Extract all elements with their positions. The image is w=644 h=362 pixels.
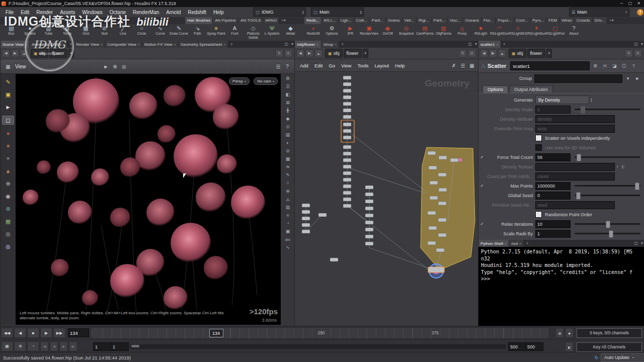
path-segment-obj[interactable]: ▣obj <box>325 49 343 58</box>
slider-handle[interactable] <box>609 230 613 238</box>
text-overlay-icon[interactable]: abc <box>285 237 290 242</box>
move-mode-icon[interactable]: ⊕ <box>111 62 120 71</box>
shelf-tool-ipr[interactable]: ▶IPR <box>341 25 360 36</box>
motion-trail-icon[interactable]: ∿ <box>286 245 290 250</box>
material-tool-icon[interactable]: ◍ <box>3 242 14 250</box>
netmenu-layout[interactable]: Layout <box>372 63 392 68</box>
menu-file[interactable]: File <box>2 10 17 15</box>
delete-tool-icon[interactable]: × <box>3 154 14 162</box>
play-button[interactable]: ▶ <box>40 328 52 338</box>
play-reverse-button[interactable]: ◀ <box>14 328 26 338</box>
shelf-tool-proxy[interactable]: ◬Proxy <box>453 25 471 36</box>
path-segment-flower[interactable]: flower <box>344 49 362 58</box>
magnify-tool-icon[interactable]: ◎ <box>3 230 14 238</box>
menu-edit[interactable]: Edit <box>17 10 33 15</box>
shelf-tool-redshift[interactable]: ◖Redshift <box>304 25 323 36</box>
node-help-icon[interactable]: ? <box>629 63 637 68</box>
pane-split-icon[interactable]: ◫ <box>466 41 473 48</box>
go-to-end-button[interactable]: ▶▶ <box>53 328 65 338</box>
checkbox-randomize-point-order[interactable] <box>535 211 542 218</box>
param-slider-force-total-count[interactable] <box>575 156 640 158</box>
view-menu[interactable]: View <box>15 64 26 69</box>
shelf-tool-rslightdome[interactable]: ◠RSLightDome <box>490 25 509 36</box>
pose-tool-icon[interactable]: ◉ <box>3 192 14 200</box>
python-shell[interactable]: Python 2.7.15 (default, Apr 8 2019, 15:3… <box>478 247 644 331</box>
new-tab-icon[interactable]: + <box>339 41 346 48</box>
lighting-icon[interactable]: ◐ <box>286 140 289 146</box>
shelf-tool-metal[interactable]: ◆Metal <box>281 25 300 40</box>
shelf-tab-parti[interactable]: Parti... <box>432 17 448 24</box>
texture-menu-icon[interactable]: ▾ <box>615 163 620 170</box>
tab-close-icon[interactable]: × <box>25 43 27 46</box>
network-list-icon[interactable]: ☰ <box>458 61 467 70</box>
uv-overlay-icon[interactable]: ▥ <box>286 205 290 210</box>
shelf-tool-l-system[interactable]: ΨL-System <box>263 25 281 40</box>
up-icon[interactable]: ▲ <box>20 49 28 57</box>
shelf-tool-torus[interactable]: ◍Torus <box>58 25 76 40</box>
layout-icon[interactable]: ▦ <box>4 62 13 71</box>
pane-menu-icon[interactable]: ▾ <box>639 240 644 247</box>
pen-tool-icon[interactable]: ✎ <box>3 78 14 86</box>
shelf-tab-popul[interactable]: Popul... <box>496 17 514 24</box>
help-icon[interactable]: ? <box>637 9 643 16</box>
shelf-tool-objparms[interactable]: ▥ObjParms <box>434 25 453 36</box>
history-icon[interactable]: ↻ <box>459 49 467 57</box>
pin-icon[interactable]: ⊙ <box>468 49 476 57</box>
forward-icon[interactable]: ▶ <box>305 49 313 57</box>
slider-handle[interactable] <box>576 192 581 200</box>
snapshot-icon[interactable]: ▣ <box>286 229 290 234</box>
param-field-max-points[interactable]: 1000000 <box>535 182 571 190</box>
pin-icon[interactable]: ⊙ <box>634 49 642 57</box>
tab-animation-editor[interactable]: Animation Editor× <box>30 41 67 48</box>
param-field-density-scale[interactable]: 1 <box>535 106 571 114</box>
tab-close-icon[interactable]: × <box>316 43 318 46</box>
path-segment-obj[interactable]: ▣obj <box>509 49 526 58</box>
range-start-jump-icon[interactable]: |◀ <box>40 341 49 351</box>
shelf-tab-vell[interactable]: Vell... <box>403 17 417 24</box>
paint-tool-icon[interactable]: ● <box>3 129 14 137</box>
shelf-tool-font[interactable]: AFont <box>225 25 244 40</box>
shelf-tab-an-tools[interactable]: AN TOOLS <box>238 17 263 24</box>
minimize-button[interactable]: ─ <box>617 1 626 7</box>
history-icon[interactable]: ↻ <box>625 49 633 57</box>
range-end-jump-icon[interactable]: ▶| <box>69 341 77 351</box>
shelf-tool-rslight[interactable]: ★RSLight <box>471 25 490 36</box>
time-display-icon[interactable]: ◔ <box>286 221 289 226</box>
info-icon[interactable]: ⓘ <box>620 63 628 69</box>
tab-obj-flower[interactable]: /obj/flower× <box>295 41 321 48</box>
shelf-tool-curve[interactable]: ∿Curve <box>151 25 170 40</box>
param-toggle[interactable]: ✓ <box>478 184 486 188</box>
tab-close-icon[interactable]: × <box>223 43 225 46</box>
peak-tool-icon[interactable]: ▲ <box>3 167 14 175</box>
stop-button[interactable]: ■ <box>27 328 39 338</box>
auto-update-select[interactable]: Auto Update ▾ <box>601 353 644 362</box>
annotate-icon[interactable]: ✎ <box>286 172 290 178</box>
shelf-tab-an-pipeline[interactable]: AN Pipeline <box>213 17 238 24</box>
shelf-tool-options[interactable]: ⚙Options <box>323 25 341 36</box>
menu-windows[interactable]: Windows <box>78 10 106 15</box>
menu-render[interactable]: Render <box>33 10 56 15</box>
current-frame-field[interactable]: 134 <box>68 328 89 337</box>
timeline-ruler[interactable]: 134 250375 <box>93 327 549 339</box>
shelf-tab-ligh[interactable]: Ligh... <box>339 17 354 24</box>
fog-icon[interactable]: ≋ <box>286 164 290 170</box>
path-dropdown-icon[interactable]: ▾ <box>68 49 74 58</box>
tab-close-icon[interactable]: × <box>63 43 65 46</box>
shelf-tab-parti[interactable]: Parti... <box>370 17 386 24</box>
tab-scatter1[interactable]: scatter1× <box>478 41 501 48</box>
shelf-tab-oceans[interactable]: Oceans <box>463 17 481 24</box>
folder-tab-output-attributes[interactable]: Output Attributes <box>509 85 553 93</box>
visibility-menu-icon[interactable]: ☰ <box>286 84 290 89</box>
file-browse-icon[interactable]: ◧ <box>620 163 627 170</box>
shelf-tab-wires[interactable]: Wires <box>559 17 574 24</box>
display-options-icon[interactable]: ⚙ <box>286 76 290 81</box>
slider-handle[interactable] <box>577 154 581 161</box>
pane-split-icon[interactable]: ◫ <box>632 240 639 247</box>
audio-options-icon[interactable]: ⊚ <box>14 341 26 351</box>
playback-end-field[interactable]: 500 <box>525 342 543 351</box>
maximize-button[interactable]: ▢ <box>626 1 634 7</box>
shelf-tool-line[interactable]: ╱Line <box>114 25 132 40</box>
shelf-tab-reds[interactable]: Reds... <box>304 17 321 24</box>
sculpt-tool-icon[interactable]: ∗ <box>3 142 14 150</box>
tab-motion-fx-view[interactable]: Motion FX View× <box>142 41 179 48</box>
